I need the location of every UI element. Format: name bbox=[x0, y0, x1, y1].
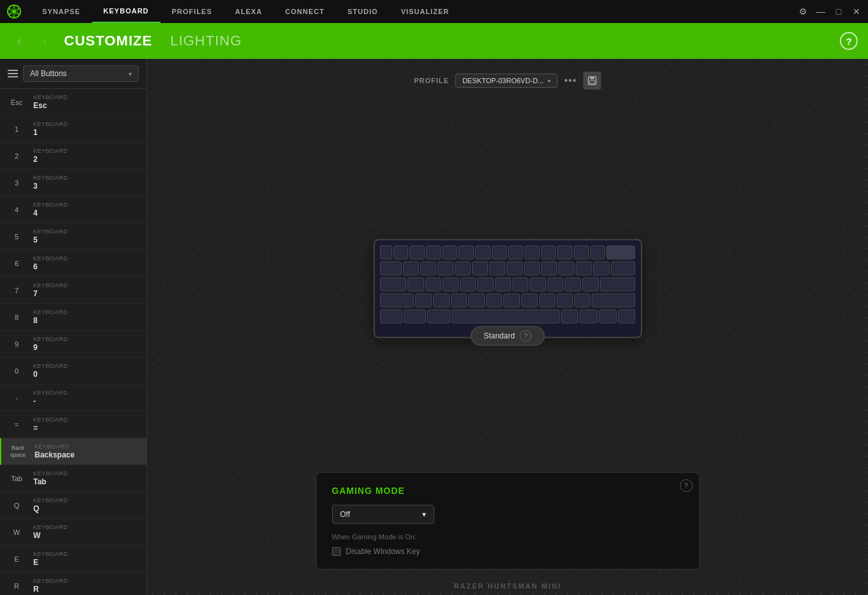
profile-label: PROFILE bbox=[414, 77, 449, 84]
list-item[interactable]: 5 KEYBOARD 5 bbox=[0, 223, 146, 250]
list-item[interactable]: 4 KEYBOARD 4 bbox=[0, 196, 146, 223]
profile-bar: PROFILE DESKTOP-03RO6VD-D... ▾ ••• bbox=[414, 72, 601, 90]
key-short-label: 6 bbox=[8, 260, 26, 267]
list-item[interactable]: Esc KEYBOARD Esc bbox=[0, 89, 146, 116]
settings-button[interactable]: ⚙ bbox=[796, 5, 809, 18]
list-item[interactable]: Tab KEYBOARD Tab bbox=[0, 465, 146, 492]
minimize-button[interactable]: — bbox=[814, 5, 827, 18]
key-short-label: 1 bbox=[8, 125, 26, 133]
top-nav: SYNAPSE KEYBOARD PROFILES ALEXA CONNECT … bbox=[31, 0, 789, 23]
key-short-label: 8 bbox=[8, 313, 26, 321]
svg-line-4 bbox=[17, 8, 19, 10]
svg-line-7 bbox=[9, 13, 11, 15]
svg-line-5 bbox=[17, 13, 19, 15]
back-button[interactable]: ‹ bbox=[10, 32, 28, 50]
list-item-backspace[interactable]: Backspace KEYBOARD Backspace bbox=[0, 438, 146, 465]
close-button[interactable]: ✕ bbox=[850, 5, 863, 18]
list-item[interactable]: E KEYBOARD E bbox=[0, 546, 146, 573]
key-short-label: 7 bbox=[8, 287, 26, 294]
app-icon bbox=[5, 3, 23, 20]
keyboard-image[interactable] bbox=[374, 239, 642, 338]
list-item[interactable]: = KEYBOARD = bbox=[0, 411, 146, 438]
sidebar: All Buttons ▾ Esc KEYBOARD Esc 1 KEYBOAR… bbox=[0, 59, 147, 595]
standard-button[interactable]: Standard ? bbox=[470, 326, 545, 345]
list-item[interactable]: 6 KEYBOARD 6 bbox=[0, 250, 146, 277]
forward-button[interactable]: › bbox=[36, 32, 54, 50]
gaming-dropdown-arrow: ▾ bbox=[422, 510, 426, 519]
nav-profiles[interactable]: PROFILES bbox=[161, 0, 224, 23]
profile-dropdown[interactable]: DESKTOP-03RO6VD-D... ▾ bbox=[455, 74, 558, 88]
profile-more-button[interactable]: ••• bbox=[564, 75, 577, 86]
keyboard-visual bbox=[374, 239, 642, 338]
disable-windows-key-checkbox[interactable] bbox=[332, 547, 341, 556]
gaming-mode-title: GAMING MODE bbox=[332, 486, 684, 496]
gaming-panel-help-icon[interactable]: ? bbox=[680, 479, 693, 492]
main-layout: All Buttons ▾ Esc KEYBOARD Esc 1 KEYBOAR… bbox=[0, 59, 868, 595]
list-item[interactable]: 1 KEYBOARD 1 bbox=[0, 116, 146, 143]
key-short-label: 5 bbox=[8, 233, 26, 241]
key-short-label: Esc bbox=[8, 99, 26, 106]
list-item[interactable]: 3 KEYBOARD 3 bbox=[0, 170, 146, 196]
titlebar: SYNAPSE KEYBOARD PROFILES ALEXA CONNECT … bbox=[0, 0, 868, 23]
list-item[interactable]: - KEYBOARD - bbox=[0, 385, 146, 411]
list-item[interactable]: R KEYBOARD R bbox=[0, 573, 146, 595]
key-short-label: R bbox=[8, 582, 26, 590]
sidebar-header: All Buttons ▾ bbox=[0, 59, 146, 89]
key-short-label: 2 bbox=[8, 152, 26, 160]
gaming-checkbox-row: Disable Windows Key bbox=[332, 547, 684, 556]
gaming-when-label: When Gaming Mode is On: bbox=[332, 533, 684, 541]
key-short-label: = bbox=[8, 421, 26, 429]
svg-point-2 bbox=[12, 10, 16, 13]
list-item[interactable]: W KEYBOARD W bbox=[0, 519, 146, 546]
key-short-label: Q bbox=[8, 502, 26, 509]
toolbar: ‹ › CUSTOMIZE LIGHTING ? bbox=[0, 23, 868, 59]
key-short-label: W bbox=[8, 528, 26, 536]
key-list: Esc KEYBOARD Esc 1 KEYBOARD 1 2 KEYBOARD… bbox=[0, 89, 146, 595]
nav-keyboard[interactable]: KEYBOARD bbox=[92, 0, 161, 23]
nav-alexa[interactable]: ALEXA bbox=[224, 0, 274, 23]
key-short-label: E bbox=[8, 555, 26, 563]
device-label: RAZER HUNTSMAN MINI bbox=[454, 582, 561, 590]
svg-line-8 bbox=[9, 8, 11, 10]
standard-button-label: Standard bbox=[484, 331, 515, 340]
key-short-label: Backspace bbox=[9, 445, 27, 459]
help-button[interactable]: ? bbox=[840, 32, 858, 50]
nav-connect[interactable]: CONNECT bbox=[274, 0, 336, 23]
standard-help-icon[interactable]: ? bbox=[520, 330, 532, 342]
list-item[interactable]: 2 KEYBOARD 2 bbox=[0, 143, 146, 170]
list-item[interactable]: 0 KEYBOARD 0 bbox=[0, 358, 146, 385]
list-item[interactable]: 9 KEYBOARD 9 bbox=[0, 331, 146, 358]
profile-save-button[interactable] bbox=[583, 72, 601, 90]
list-item[interactable]: 8 KEYBOARD 8 bbox=[0, 304, 146, 331]
key-short-label: Tab bbox=[8, 475, 26, 482]
profile-name: DESKTOP-03RO6VD-D... bbox=[462, 77, 544, 84]
filter-dropdown-value: All Buttons bbox=[30, 69, 67, 78]
page-subtitle: LIGHTING bbox=[170, 33, 242, 49]
maximize-button[interactable]: □ bbox=[832, 5, 845, 18]
key-short-label: 9 bbox=[8, 340, 26, 348]
key-short-label: 0 bbox=[8, 367, 26, 375]
hamburger-menu-icon[interactable] bbox=[8, 70, 18, 77]
content-area: PROFILE DESKTOP-03RO6VD-D... ▾ ••• bbox=[147, 59, 868, 595]
nav-visualizer[interactable]: VISUALIZER bbox=[390, 0, 461, 23]
filter-dropdown-arrow: ▾ bbox=[129, 70, 132, 77]
nav-synapse[interactable]: SYNAPSE bbox=[31, 0, 92, 23]
key-short-label: - bbox=[8, 394, 26, 402]
disable-windows-key-label: Disable Windows Key bbox=[346, 547, 420, 556]
list-item[interactable]: 7 KEYBOARD 7 bbox=[0, 277, 146, 304]
list-item[interactable]: Q KEYBOARD Q bbox=[0, 492, 146, 519]
window-controls: ⚙ — □ ✕ bbox=[796, 5, 863, 18]
gaming-dropdown-value: Off bbox=[340, 510, 351, 519]
svg-rect-11 bbox=[590, 81, 595, 84]
key-short-label: 3 bbox=[8, 179, 26, 187]
gaming-mode-dropdown[interactable]: Off ▾ bbox=[332, 505, 434, 524]
nav-studio[interactable]: STUDIO bbox=[336, 0, 390, 23]
filter-dropdown[interactable]: All Buttons ▾ bbox=[23, 65, 139, 82]
svg-rect-10 bbox=[590, 77, 594, 79]
key-short-label: 4 bbox=[8, 206, 26, 214]
page-title: CUSTOMIZE bbox=[64, 33, 152, 49]
gaming-mode-panel: ? GAMING MODE Off ▾ When Gaming Mode is … bbox=[316, 472, 700, 569]
profile-dropdown-arrow: ▾ bbox=[548, 77, 551, 84]
